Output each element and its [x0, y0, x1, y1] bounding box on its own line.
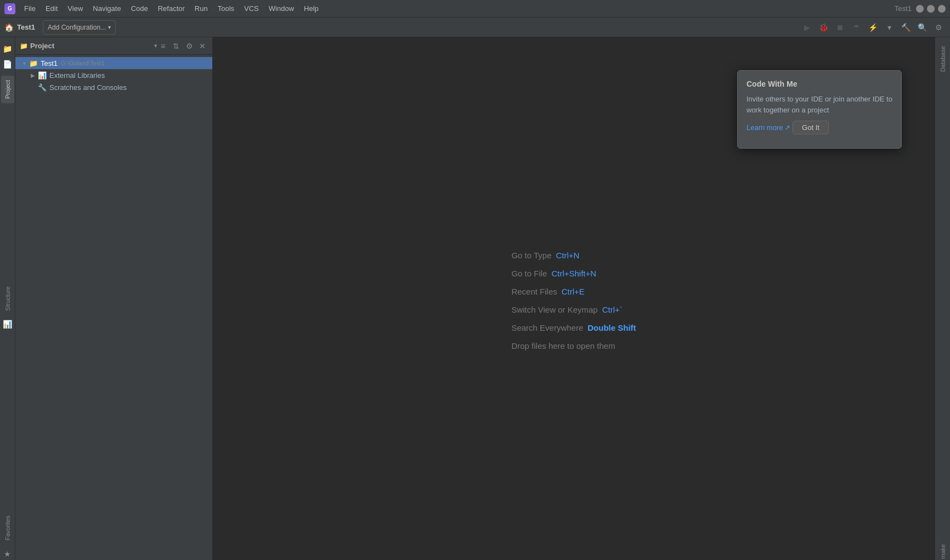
welcome-shortcut-0: Ctrl+N: [556, 246, 579, 264]
editor-area[interactable]: Go to Type Ctrl+N Go to File Ctrl+Shift+…: [213, 37, 935, 560]
welcome-shortcut-4: Double Shift: [587, 319, 636, 337]
sidebar-action-sort[interactable]: ⇅: [171, 41, 182, 52]
menu-bar: File Edit View Navigate Code Refactor Ru…: [20, 3, 895, 14]
menu-view[interactable]: View: [63, 3, 87, 14]
menu-code[interactable]: Code: [127, 3, 152, 14]
tree-arrow-root: ▾: [20, 60, 29, 66]
maximize-button[interactable]: □: [927, 5, 935, 13]
welcome-label-5: Drop files here to open them: [511, 337, 615, 355]
menu-refactor[interactable]: Refactor: [154, 3, 189, 14]
run-button[interactable]: ▶: [800, 20, 814, 35]
coverage-button[interactable]: ☂: [849, 20, 863, 35]
project-sidebar: 📁 Project ▾ ≡ ⇅ ⚙ ✕ ▾ 📁 Test1 G:\Goland\…: [15, 37, 213, 560]
project-tree: ▾ 📁 Test1 G:\Goland\Test1 ▶ 📊 External L…: [15, 55, 212, 560]
app-logo: G: [4, 3, 15, 14]
project-name: Test1: [17, 23, 35, 31]
welcome-row-2: Recent Files Ctrl+E: [511, 282, 636, 301]
tree-icon-folder: 📁: [29, 59, 38, 67]
menu-file[interactable]: File: [20, 3, 40, 14]
popup-title: Code With Me: [747, 80, 892, 88]
left-top-icons: 📁 📄: [1, 39, 15, 73]
activity-project[interactable]: Project: [1, 76, 14, 103]
tree-label-root: Test1: [41, 59, 58, 67]
left-icon-folder[interactable]: 📁: [1, 42, 15, 56]
left-activity-bar: 📁 📄 Project Structure 📊 Favorites ★: [0, 37, 15, 560]
config-dropdown-icon: ▾: [108, 24, 111, 30]
right-tabs: Database make: [935, 37, 950, 560]
sidebar-actions: ≡ ⇅ ⚙ ✕: [157, 41, 208, 52]
window-title: Test1: [895, 4, 912, 13]
build-button[interactable]: 🔨: [898, 20, 913, 35]
right-tab-database[interactable]: Database: [937, 42, 948, 76]
profile-button[interactable]: ⚡: [866, 20, 880, 35]
menu-run[interactable]: Run: [190, 3, 212, 14]
sidebar-toolbar: 📁 Project ▾ ≡ ⇅ ⚙ ✕: [15, 37, 212, 55]
menu-help[interactable]: Help: [299, 3, 323, 14]
sidebar-title: Project: [30, 42, 54, 50]
welcome-row-1: Go to File Ctrl+Shift+N: [511, 264, 636, 282]
sidebar-folder-icon: 📁: [20, 42, 28, 50]
main-toolbar: 🏠 Test1 Add Configuration... ▾ ▶ 🐞 ⏹ ☂ ⚡…: [0, 18, 950, 37]
popup-learn-label: Learn more: [747, 123, 783, 132]
add-config-label: Add Configuration...: [48, 24, 106, 31]
tree-item-root[interactable]: ▾ 📁 Test1 G:\Goland\Test1: [15, 57, 212, 69]
right-tab-make[interactable]: make: [937, 540, 948, 560]
tree-icon-library: 📊: [37, 71, 47, 80]
sidebar-action-collapse[interactable]: ≡: [157, 41, 168, 52]
welcome-content: Go to Type Ctrl+N Go to File Ctrl+Shift+…: [511, 246, 636, 355]
welcome-row-4: Search Everywhere Double Shift: [511, 319, 636, 337]
debug-button[interactable]: 🐞: [816, 20, 830, 35]
welcome-label-3: Switch View or Keymap: [511, 301, 597, 319]
code-with-me-popup: Code With Me Invite others to your IDE o…: [737, 70, 902, 149]
run-toolbar: ▶ 🐞 ⏹ ☂ ⚡ ▾ 🔨 🔍 ⚙: [800, 20, 946, 35]
tree-label-scratches: Scratches and Consoles: [49, 83, 127, 92]
add-configuration-button[interactable]: Add Configuration... ▾: [43, 20, 116, 35]
tree-label-libraries: External Libraries: [49, 71, 105, 80]
sidebar-action-settings[interactable]: ⚙: [184, 41, 195, 52]
menu-window[interactable]: Window: [264, 3, 298, 14]
welcome-row-3: Switch View or Keymap Ctrl+`: [511, 301, 636, 319]
left-icon-file[interactable]: 📄: [1, 57, 15, 71]
welcome-shortcut-2: Ctrl+E: [562, 282, 585, 301]
main-layout: 📁 📄 Project Structure 📊 Favorites ★ 📁 Pr…: [0, 37, 950, 560]
close-button[interactable]: ✕: [938, 5, 946, 13]
menu-vcs[interactable]: VCS: [240, 3, 263, 14]
menu-navigate[interactable]: Navigate: [88, 3, 125, 14]
welcome-row-0: Go to Type Ctrl+N: [511, 246, 636, 264]
activity-structure[interactable]: Structure: [1, 282, 14, 315]
search-button[interactable]: 🔍: [915, 20, 929, 35]
tree-arrow-libraries: ▶: [29, 72, 37, 78]
sidebar-action-close[interactable]: ✕: [197, 41, 208, 52]
popup-body: Invite others to your IDE or join anothe…: [747, 94, 892, 115]
welcome-label-0: Go to Type: [511, 246, 551, 264]
favorites-star-icon[interactable]: ★: [1, 547, 15, 560]
welcome-row-5: Drop files here to open them: [511, 337, 636, 355]
menu-edit[interactable]: Edit: [41, 3, 62, 14]
popup-got-it-button[interactable]: Got It: [793, 121, 829, 134]
tree-item-libraries[interactable]: ▶ 📊 External Libraries: [15, 69, 212, 81]
tree-path-root: G:\Goland\Test1: [61, 60, 105, 66]
window-controls: — □ ✕: [916, 5, 946, 13]
welcome-shortcut-1: Ctrl+Shift+N: [551, 264, 596, 282]
popup-learn-more[interactable]: Learn more ↗: [747, 123, 790, 132]
toolbar-dropdown-icon[interactable]: ▾: [882, 20, 896, 35]
popup-learn-icon: ↗: [784, 123, 790, 132]
tree-icon-scratch: 🔧: [37, 83, 47, 92]
left-icon-graph[interactable]: 📊: [1, 317, 15, 331]
welcome-label-1: Go to File: [511, 264, 547, 282]
welcome-shortcut-3: Ctrl+`: [602, 301, 623, 319]
settings-button[interactable]: ⚙: [931, 20, 946, 35]
activity-favorites[interactable]: Favorites: [1, 511, 14, 545]
minimize-button[interactable]: —: [916, 5, 924, 13]
title-bar: G File Edit View Navigate Code Refactor …: [0, 0, 950, 18]
welcome-label-4: Search Everywhere: [511, 319, 583, 337]
welcome-label-2: Recent Files: [511, 282, 557, 301]
menu-tools[interactable]: Tools: [213, 3, 239, 14]
tree-item-scratches[interactable]: 🔧 Scratches and Consoles: [15, 81, 212, 93]
project-icon: 🏠: [4, 23, 14, 32]
stop-button[interactable]: ⏹: [833, 20, 847, 35]
